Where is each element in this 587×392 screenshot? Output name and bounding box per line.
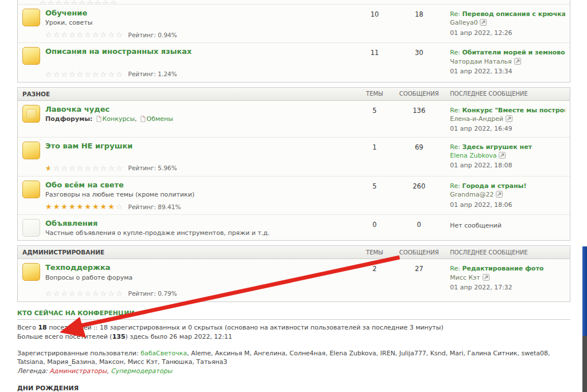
column-header-posts: СООБЩЕНИЯ	[390, 249, 448, 256]
last-post: Нет сообщений	[448, 219, 565, 237]
forum-link[interactable]: Обо всём на свете	[45, 181, 359, 190]
registered-users-list: Зарегистрированные пользователи: бабаСве…	[17, 349, 570, 377]
table-row: Это вам НЕ игрушки ☆★ ☆☆☆☆☆☆☆☆☆ Рейтинг:…	[18, 138, 570, 177]
last-post-link[interactable]: Re: Редактирование фото	[450, 265, 543, 272]
category-title: АДМИНИСТРИРОВАНИЕ	[22, 249, 359, 256]
table-row: Описания на иностранных языках ☆☆☆☆☆☆☆☆☆…	[18, 43, 570, 81]
last-post-link[interactable]: Re: Перевод описания с крючка на ...	[450, 10, 565, 18]
forum-table-training: ☆☆☆☆☆☆☆☆☆☆ Обучение Уроки, советы ☆☆☆☆☆☆…	[17, 0, 570, 83]
birthdays-header: ДНИ РОЖДЕНИЯ	[17, 385, 570, 392]
last-post-link[interactable]: Re: Города и страны!	[450, 182, 527, 190]
subforum-icon	[96, 116, 101, 124]
rating-stars-partial: ☆☆☆☆☆☆☆☆☆☆	[40, 0, 118, 5]
no-posts-label: Нет сообщений	[450, 220, 565, 230]
table-row: Лавочка чудес Подфорумы:Конкурсы,Обмены …	[18, 101, 570, 138]
subforums-label: Подфорумы:	[45, 115, 93, 123]
forum-link[interactable]: Объявления	[45, 219, 359, 228]
column-header-lastpost: ПОСЛЕДНЕЕ СООБЩЕНИЕ	[448, 249, 565, 256]
forum-icon	[22, 181, 40, 198]
forum-description: Вопросы о работе форума	[45, 274, 359, 281]
whos-online-header[interactable]: КТО СЕЙЧАС НА КОНФЕРЕНЦИИ	[17, 309, 570, 320]
forum-table-misc: РАЗНОЕ ТЕМЫ СООБЩЕНИЯ ПОСЛЕДНЕЕ СООБЩЕНИ…	[17, 87, 570, 241]
legend: Легенда: Администраторы, Супермодераторы	[17, 367, 172, 375]
last-post: Re: Конкурс "Вместе мы построим д... Еле…	[448, 105, 565, 134]
last-post-date: 01 апр 2022, 13:34	[450, 67, 565, 76]
topics-count: 5	[359, 181, 390, 211]
topics-count: 0	[359, 219, 390, 237]
legend-supermoderators-link[interactable]: Супермодераторы	[111, 367, 172, 375]
last-post: Re: Здесь игрушек нет Elena Zubkova 01 а…	[448, 142, 565, 173]
posts-count: 27	[390, 263, 448, 297]
scrollbar-track-dark	[582, 336, 587, 392]
goto-last-post-icon[interactable]	[499, 152, 506, 161]
forum-rating: ★★★★★★★★★ ☆ Рейтинг: 89.41%	[45, 202, 359, 211]
goto-last-post-icon[interactable]	[480, 19, 487, 28]
forum-index-page: ☆☆☆☆☆☆☆☆☆☆ Обучение Уроки, советы ☆☆☆☆☆☆…	[17, 0, 570, 392]
rating-label: Рейтинг: 0.79%	[128, 290, 177, 297]
subforum-link[interactable]: Конкурсы	[103, 115, 135, 123]
last-post-author[interactable]: Елена-и-Андрей	[450, 115, 503, 123]
forum-rating: ☆☆☆☆☆☆☆☆☆☆ Рейтинг: 0.79%	[45, 289, 359, 298]
subforum-separator: ,	[135, 115, 137, 123]
forum-table-admin: АДМИНИСТРИРОВАНИЕ ТЕМЫ СООБЩЕНИЯ ПОСЛЕДН…	[17, 245, 570, 301]
rating-stars-empty: ☆☆☆☆☆☆☆☆☆	[53, 164, 124, 173]
subforum-link[interactable]: Обмены	[147, 115, 173, 123]
last-post: Re: Редактирование фото Мисс Кэт 01 апр …	[448, 263, 565, 297]
posts-count: 136	[390, 105, 448, 134]
column-header-topics: ТЕМЫ	[359, 249, 390, 256]
rating-stars-empty: ☆☆☆☆☆☆☆☆☆☆	[45, 289, 124, 298]
last-post-link[interactable]: Re: Конкурс "Вместе мы построим д...	[450, 107, 565, 114]
forum-link[interactable]: Обучение	[45, 9, 359, 18]
forum-link[interactable]: Техподдержка	[45, 263, 359, 272]
posts-count: 260	[390, 181, 448, 211]
forum-icon-no-new	[22, 219, 40, 237]
forum-rating: ☆★ ☆☆☆☆☆☆☆☆☆ Рейтинг: 5.96%	[45, 164, 359, 173]
category-header: АДМИНИСТРИРОВАНИЕ ТЕМЫ СООБЩЕНИЯ ПОСЛЕДН…	[18, 246, 570, 259]
last-post: Re: Перевод описания с крючка на ... Gal…	[448, 9, 565, 39]
category-title: РАЗНОЕ	[22, 91, 359, 97]
topics-count: 10	[359, 9, 390, 39]
posts-count: 30	[390, 47, 448, 78]
posts-count: 18	[390, 9, 448, 39]
table-row: Техподдержка Вопросы о работе форума ☆☆☆…	[18, 259, 570, 301]
last-post-date: 01 апр 2022, 18:08	[450, 161, 565, 170]
goto-last-post-icon[interactable]	[483, 274, 490, 283]
rating-stars-filled: ★★★★★★★★★	[45, 202, 116, 211]
registered-users-label: Зарегистрированные пользователи:	[17, 350, 140, 357]
forum-icon	[22, 263, 40, 281]
column-header-lastpost: ПОСЛЕДНЕЕ СООБЩЕНИЕ	[448, 91, 565, 97]
forum-rating: ☆☆☆☆☆☆☆☆☆☆ Рейтинг: 1.24%	[45, 70, 359, 79]
last-post-date: 01 апр 2022, 17:32	[450, 283, 565, 292]
forum-icon	[22, 142, 40, 159]
goto-last-post-icon[interactable]	[514, 58, 521, 67]
forum-icon	[22, 47, 40, 65]
legend-administrators-link[interactable]: Администраторы	[49, 367, 107, 375]
whos-online-text: Всего 18 посетителей :: 18 зарегистриров…	[17, 323, 570, 342]
last-post: Re: Города и страны! Grandma@22 01 апр 2…	[448, 181, 565, 211]
forum-link[interactable]: Описания на иностранных языках	[45, 47, 359, 56]
goto-last-post-icon[interactable]	[496, 191, 503, 200]
forum-link[interactable]: Это вам НЕ игрушки	[45, 142, 359, 151]
scrollbar[interactable]	[582, 0, 587, 392]
last-post-link[interactable]: Re: Обитатели морей и земноводные	[450, 49, 565, 56]
rating-label: Рейтинг: 0.94%	[128, 32, 177, 38]
table-row: Обо всём на свете Разговоры на любые тем…	[18, 177, 570, 215]
rating-label: Рейтинг: 89.41%	[128, 203, 181, 210]
forum-icon-subforums	[22, 105, 40, 123]
last-post-author[interactable]: Чатордаи Наталья	[450, 58, 512, 65]
last-post-author[interactable]: Elena Zubkova	[450, 152, 496, 159]
table-row: Обучение Уроки, советы ☆☆☆☆☆☆☆☆☆☆ Рейтин…	[18, 5, 570, 43]
forum-link[interactable]: Лавочка чудес	[45, 105, 359, 114]
last-post-author[interactable]: Grandma@22	[450, 191, 494, 198]
last-post-link[interactable]: Re: Здесь игрушек нет	[450, 143, 532, 151]
topics-count: 2	[359, 263, 390, 297]
last-post-author[interactable]: Galleya0	[450, 19, 478, 26]
user-link-supermoderator[interactable]: бабаСветочка	[140, 350, 187, 357]
goto-last-post-icon[interactable]	[506, 115, 512, 124]
last-post: Re: Обитатели морей и земноводные Чаторд…	[448, 47, 565, 78]
posts-count: 0	[390, 219, 448, 237]
scrollbar-thumb[interactable]	[582, 246, 587, 336]
topics-count: 1	[359, 142, 390, 173]
forum-description: Уроки, советы	[45, 19, 359, 26]
last-post-author[interactable]: Мисс Кэт	[450, 274, 480, 281]
